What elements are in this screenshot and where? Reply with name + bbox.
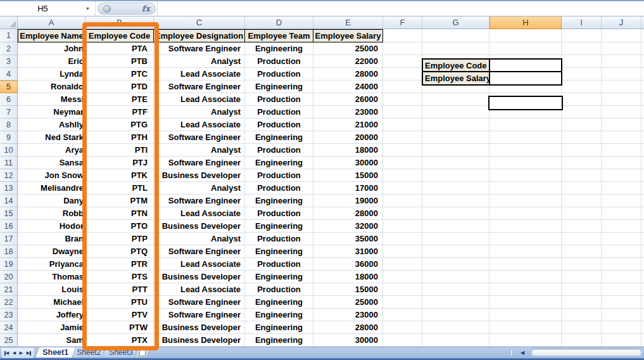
table-header-cell[interactable]: Employee Designation xyxy=(154,29,245,42)
horizontal-scrollbar-thumb[interactable] xyxy=(531,349,641,356)
empty-cell[interactable] xyxy=(602,321,641,334)
row-header-13[interactable]: 13 xyxy=(0,182,18,195)
data-cell[interactable]: Production xyxy=(245,258,313,271)
row-header-15[interactable]: 15 xyxy=(0,207,18,220)
empty-cell[interactable] xyxy=(383,271,422,283)
data-cell[interactable]: Production xyxy=(245,119,313,131)
empty-cell[interactable] xyxy=(383,245,422,258)
empty-cell[interactable] xyxy=(383,283,422,296)
row-header-11[interactable]: 11 xyxy=(0,157,18,169)
data-cell[interactable]: John xyxy=(18,42,85,55)
empty-cell[interactable] xyxy=(489,283,562,296)
data-cell[interactable]: Business Developer xyxy=(154,220,245,233)
table-header-cell[interactable]: Employee Salary xyxy=(313,29,383,42)
empty-cell[interactable] xyxy=(562,296,602,309)
empty-cell[interactable] xyxy=(489,42,562,55)
empty-cell[interactable] xyxy=(422,29,489,42)
data-cell[interactable]: Lynda xyxy=(18,68,85,80)
empty-cell[interactable] xyxy=(422,271,489,283)
empty-cell[interactable] xyxy=(422,157,489,169)
select-all-button[interactable] xyxy=(0,16,18,29)
empty-cell[interactable] xyxy=(562,68,602,80)
data-cell[interactable]: Software Engineer xyxy=(154,157,245,169)
data-cell[interactable]: Engineering xyxy=(245,271,313,283)
row-header-21[interactable]: 21 xyxy=(0,283,18,296)
row-header-25[interactable]: 25 xyxy=(0,334,18,347)
data-cell[interactable]: Lead Associate xyxy=(154,207,245,220)
data-cell[interactable]: 28000 xyxy=(313,321,383,334)
empty-cell[interactable] xyxy=(383,220,422,233)
row-header-8[interactable]: 8 xyxy=(0,119,18,131)
empty-cell[interactable] xyxy=(562,283,602,296)
sheet-tab-sheet1[interactable]: Sheet1 xyxy=(35,347,76,358)
empty-cell[interactable] xyxy=(383,195,422,207)
data-cell[interactable]: Production xyxy=(245,55,313,68)
empty-cell[interactable] xyxy=(562,157,602,169)
empty-cell[interactable] xyxy=(489,131,562,144)
column-header-h[interactable]: H xyxy=(489,16,562,29)
empty-cell[interactable] xyxy=(602,309,641,321)
row-header-6[interactable]: 6 xyxy=(0,93,18,106)
row-header-24[interactable]: 24 xyxy=(0,321,18,334)
empty-cell[interactable] xyxy=(383,68,422,80)
empty-cell[interactable] xyxy=(602,271,641,283)
data-cell[interactable]: 23000 xyxy=(313,309,383,321)
data-cell[interactable]: Engineering xyxy=(245,80,313,93)
empty-cell[interactable] xyxy=(602,283,641,296)
empty-cell[interactable] xyxy=(562,182,602,195)
empty-cell[interactable] xyxy=(422,42,489,55)
data-cell[interactable]: Engineering xyxy=(245,220,313,233)
empty-cell[interactable] xyxy=(562,309,602,321)
data-cell[interactable]: Engineering xyxy=(245,245,313,258)
last-sheet-icon[interactable]: ▶ xyxy=(27,350,31,356)
data-cell[interactable]: Software Engineer xyxy=(154,42,245,55)
empty-cell[interactable] xyxy=(562,29,602,42)
empty-cell[interactable] xyxy=(422,258,489,271)
data-cell[interactable]: Sansa xyxy=(18,157,85,169)
data-cell[interactable]: Priyanca xyxy=(18,258,85,271)
empty-cell[interactable] xyxy=(562,169,602,182)
horizontal-scrollbar[interactable] xyxy=(529,348,643,357)
empty-cell[interactable] xyxy=(602,119,641,131)
data-cell[interactable]: 21000 xyxy=(313,119,383,131)
data-cell[interactable]: Dany xyxy=(18,195,85,207)
data-cell[interactable]: Melisandre xyxy=(18,182,85,195)
empty-cell[interactable] xyxy=(489,29,562,42)
empty-cell[interactable] xyxy=(562,258,602,271)
column-header-a[interactable]: A xyxy=(18,16,85,29)
data-cell[interactable]: Lead Associate xyxy=(154,258,245,271)
empty-cell[interactable] xyxy=(489,169,562,182)
data-cell[interactable]: 35000 xyxy=(313,233,383,245)
data-cell[interactable]: Messi xyxy=(18,93,85,106)
data-cell[interactable]: Lead Associate xyxy=(154,93,245,106)
empty-cell[interactable] xyxy=(562,207,602,220)
data-cell[interactable]: Bran xyxy=(18,233,85,245)
empty-cell[interactable] xyxy=(562,93,602,106)
data-cell[interactable]: 26000 xyxy=(313,93,383,106)
data-cell[interactable]: 20000 xyxy=(313,131,383,144)
empty-cell[interactable] xyxy=(489,220,562,233)
empty-cell[interactable] xyxy=(422,131,489,144)
empty-cell[interactable] xyxy=(383,131,422,144)
empty-cell[interactable] xyxy=(383,55,422,68)
lookup-code-label-cell[interactable]: Employee Code xyxy=(422,58,490,72)
empty-cell[interactable] xyxy=(562,131,602,144)
empty-cell[interactable] xyxy=(383,80,422,93)
data-cell[interactable]: 18000 xyxy=(313,271,383,283)
empty-cell[interactable] xyxy=(562,106,602,119)
name-box-dropdown-icon[interactable]: ▼ xyxy=(85,6,95,11)
data-cell[interactable]: Ronaldo xyxy=(18,80,85,93)
row-header-4[interactable]: 4 xyxy=(0,68,18,80)
data-cell[interactable]: 25000 xyxy=(313,42,383,55)
data-cell[interactable]: 19000 xyxy=(313,195,383,207)
empty-cell[interactable] xyxy=(562,42,602,55)
row-header-1[interactable]: 1 xyxy=(0,29,18,42)
data-cell[interactable]: Lead Associate xyxy=(154,119,245,131)
empty-cell[interactable] xyxy=(422,233,489,245)
data-cell[interactable]: Software Engineer xyxy=(154,80,245,93)
empty-cell[interactable] xyxy=(602,245,641,258)
empty-cell[interactable] xyxy=(422,195,489,207)
data-cell[interactable]: 36000 xyxy=(313,258,383,271)
empty-cell[interactable] xyxy=(602,42,641,55)
data-cell[interactable]: Business Developer xyxy=(154,321,245,334)
